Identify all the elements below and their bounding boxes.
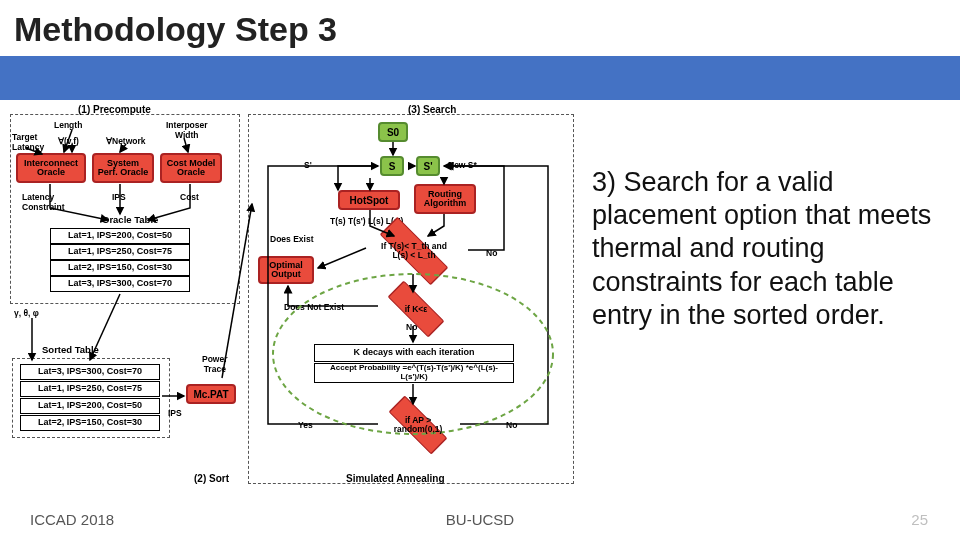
footer-page: 25 — [911, 511, 928, 528]
lbl-target-latency: Target Latency — [12, 132, 44, 152]
lbl-no1: No — [486, 248, 497, 258]
lbl-length: Length — [54, 120, 82, 130]
group-precompute-label: (1) Precompute — [78, 104, 151, 115]
lbl-power-trace: Power Trace — [202, 354, 228, 374]
otrow-1: Lat=1, IPS=250, Cost=75 — [50, 244, 190, 260]
strow-1: Lat=1, IPS=250, Cost=75 — [20, 381, 160, 397]
box-routing-alg: Routing Algorithm — [414, 184, 476, 214]
strow-3: Lat=2, IPS=150, Cost=30 — [20, 415, 160, 431]
lbl-sorted-table: Sorted Table — [42, 344, 99, 355]
slide-title: Methodology Step 3 — [14, 10, 337, 49]
strow-2: Lat=1, IPS=200, Cost=50 — [20, 398, 160, 414]
methodology-diagram: (1) Precompute (3) Search (2) Sort Simul… — [8, 108, 583, 488]
lbl-interposer-width: Interposer Width — [166, 120, 208, 140]
box-mcpat: Mc.PAT — [186, 384, 236, 404]
lbl-no3: No — [506, 420, 517, 430]
box-s0: S0 — [378, 122, 408, 142]
box-kdecay: K decays with each iteration — [314, 344, 514, 362]
box-cost-model-oracle: Cost Model Oracle — [160, 153, 222, 183]
otrow-0: Lat=1, IPS=200, Cost=50 — [50, 228, 190, 244]
box-s: S — [380, 156, 404, 176]
lbl-no2: No — [406, 322, 417, 332]
lbl-new-s: New S* — [448, 160, 477, 170]
lbl-does-not-exist: Does Not Exist — [284, 302, 344, 312]
strow-0: Lat=3, IPS=300, Cost=70 — [20, 364, 160, 380]
lbl-does-exist: Does Exist — [270, 234, 313, 244]
lbl-yes: Yes — [298, 420, 313, 430]
box-sprime-r: S' — [416, 156, 440, 176]
lbl-latency-constraint: Latency Constraint — [22, 192, 65, 212]
lbl-oracle-table: Oracle Table — [102, 214, 158, 225]
lbl-gtp: γ, θ, φ — [14, 308, 39, 318]
title-banner — [0, 56, 960, 100]
lbl-ips2: IPS — [168, 408, 182, 418]
lbl-cost: Cost — [180, 192, 199, 202]
group-sort-label: (2) Sort — [194, 473, 229, 484]
footer: ICCAD 2018 BU-UCSD 25 — [0, 500, 960, 540]
otrow-2: Lat=2, IPS=150, Cost=30 — [50, 260, 190, 276]
lbl-vf: ∀(v,f) — [58, 136, 79, 146]
box-accept-prob: Accept Probability =e^(T(s)-T(s')/K) *e^… — [314, 363, 514, 383]
box-hotspot: HotSpot — [338, 190, 400, 210]
lbl-sprime-l: S' — [304, 160, 312, 170]
lbl-network: ∀Network — [106, 136, 146, 146]
group-search-label: (3) Search — [408, 104, 456, 115]
dia-thermal-cond: If T(s)< T_th and L(s) < L_th — [364, 226, 464, 276]
dia-ap: if AP > random(0,1) — [376, 402, 460, 448]
box-sys-perf-oracle: System Perf. Oracle — [92, 153, 154, 183]
lbl-ips: IPS — [112, 192, 126, 202]
body-copy: 3) Search for a valid placement option t… — [592, 166, 937, 332]
group-sa-label: Simulated Annealing — [346, 473, 445, 484]
footer-center: BU-UCSD — [0, 511, 960, 528]
box-optimal-output: Optimal Output — [258, 256, 314, 284]
otrow-3: Lat=3, IPS=300, Cost=70 — [50, 276, 190, 292]
box-interconnect-oracle: Interconnect Oracle — [16, 153, 86, 183]
